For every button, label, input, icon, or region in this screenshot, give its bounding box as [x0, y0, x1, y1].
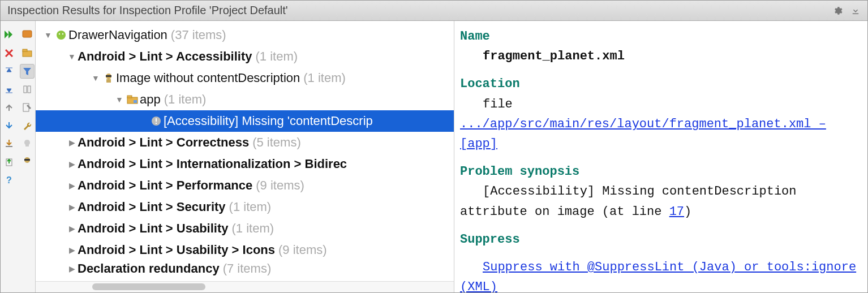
tree-label: Android > Lint > Performance [78, 178, 252, 193]
svg-rect-5 [23, 104, 29, 111]
tree-count: (37 items) [171, 28, 226, 42]
export-up-icon[interactable] [2, 154, 16, 169]
detail-name-value: fragment_planet.xml [483, 46, 865, 66]
folder-icon [125, 94, 140, 105]
chevron-down-icon[interactable]: ▼ [114, 95, 125, 104]
filter-icon[interactable] [20, 64, 35, 79]
chevron-down-icon[interactable]: ▼ [90, 74, 101, 83]
edit-settings-icon[interactable] [20, 100, 35, 115]
tree-label: app [140, 92, 161, 107]
svg-rect-14 [106, 75, 111, 77]
scrollbar-thumb[interactable] [92, 283, 205, 290]
detail-location-heading: Location [460, 74, 865, 94]
chevron-right-icon[interactable]: ▶ [66, 181, 78, 190]
tree-label: DrawerNavigation [68, 28, 167, 42]
android-project-icon [54, 29, 68, 41]
tree-count: (1 item) [229, 200, 272, 214]
chevron-right-icon[interactable]: ▶ [66, 160, 78, 169]
tree-count: (1 item) [164, 92, 207, 107]
svg-point-10 [57, 31, 66, 40]
wrench-icon[interactable] [20, 118, 35, 133]
tree-category[interactable]: ▶ Android > Lint > Security (1 item) [36, 196, 454, 218]
help-icon[interactable]: ? [2, 173, 16, 187]
export-down-icon[interactable] [2, 136, 16, 151]
tree-root[interactable]: ▼ DrawerNavigation (37 items) [36, 24, 454, 46]
location-link[interactable]: .../app/src/main/res/layout/fragment_pla… [460, 117, 826, 151]
svg-point-12 [62, 33, 63, 35]
tree-label: Image without contentDescription [116, 71, 300, 85]
tree-category[interactable]: ▶ Android > Lint > Usability > Icons (9 … [36, 239, 454, 261]
chevron-right-icon[interactable]: ▶ [66, 202, 78, 212]
chevron-down-icon[interactable]: ▼ [66, 52, 78, 61]
tree-category[interactable]: ▶ Declaration redundancy (7 items) [36, 261, 454, 277]
close-icon[interactable] [2, 46, 16, 61]
collapse-icon[interactable] [2, 64, 16, 79]
tree-label: Android > Lint > Usability > Icons [78, 243, 275, 257]
group-directory-icon[interactable] [20, 46, 35, 61]
synopsis-line1: [Accessibility] Missing contentDescripti… [483, 184, 797, 199]
svg-rect-17 [127, 96, 132, 98]
svg-rect-18 [134, 100, 137, 103]
svg-rect-8 [24, 159, 30, 161]
tree-count: (9 items) [256, 178, 304, 193]
tree-label: Declaration redundancy [78, 261, 220, 276]
issue-detail-panel: Name fragment_planet.xml Location file .… [454, 21, 867, 292]
preview-icon[interactable] [20, 82, 35, 97]
tree-category[interactable]: ▶ Android > Lint > Correctness (5 items) [36, 132, 454, 153]
chevron-right-icon[interactable]: ▶ [66, 264, 78, 273]
panel-title: Inspection Results for Inspection Profil… [7, 4, 824, 17]
group-category-icon[interactable] [20, 28, 35, 42]
svg-text:?: ? [6, 175, 12, 185]
chevron-down-icon[interactable]: ▼ [42, 31, 54, 40]
tree-issue-selected[interactable]: [Accessibility] Missing 'contentDescrip [36, 110, 454, 132]
tree-count: (9 items) [278, 243, 327, 257]
chevron-right-icon[interactable]: ▶ [66, 138, 78, 147]
svg-rect-3 [24, 86, 27, 93]
panel-titlebar: Inspection Results for Inspection Profil… [1, 1, 867, 21]
detail-name-heading: Name [460, 27, 865, 46]
tree-count: (7 items) [223, 261, 272, 276]
svg-rect-2 [23, 49, 27, 51]
prev-icon[interactable] [2, 100, 16, 115]
bulb-icon[interactable] [20, 136, 35, 151]
detail-synopsis-heading: Problem synopsis [460, 162, 865, 182]
detail-suppress-heading: Suppress [460, 230, 865, 249]
tree-category[interactable]: ▶ Android > Lint > Internationalization … [36, 153, 454, 175]
tree-count: (1 item) [303, 71, 346, 85]
tree-label: Android > Lint > Accessibility [78, 49, 252, 64]
tree-count: (1 item) [231, 221, 274, 236]
synopsis-line2b: ) [684, 205, 691, 219]
tree-label: Android > Lint > Usability [78, 221, 228, 236]
rerun-icon[interactable] [2, 28, 16, 42]
gear-icon[interactable] [832, 6, 843, 16]
results-tree-panel: ▼ DrawerNavigation (37 items) ▼ Android … [36, 21, 454, 292]
horizontal-scrollbar[interactable] [36, 281, 454, 292]
chevron-right-icon[interactable]: ▶ [66, 224, 78, 233]
tree-count: (1 item) [255, 49, 298, 64]
detail-location-prefix: file [483, 97, 513, 111]
svg-rect-0 [23, 31, 32, 37]
line-number-link[interactable]: 17 [669, 205, 684, 219]
inspector-icon[interactable] [20, 154, 35, 169]
svg-rect-4 [28, 86, 31, 93]
expand-icon[interactable] [2, 82, 16, 97]
svg-rect-15 [106, 79, 111, 83]
suppress-link[interactable]: Suppress with @SuppressLint (Java) or to… [460, 260, 856, 292]
issue-label: [Accessibility] Missing 'contentDescrip [164, 114, 373, 128]
tree-inspection[interactable]: ▼ Image without contentDescription (1 it… [36, 67, 454, 89]
tree-label: Android > Lint > Correctness [78, 135, 249, 150]
synopsis-line2a: attribute on image (at line [460, 205, 669, 219]
svg-rect-21 [156, 123, 157, 124]
next-icon[interactable] [2, 118, 16, 133]
tree-category[interactable]: ▶ Android > Lint > Performance (9 items) [36, 175, 454, 196]
tree-label: Android > Lint > Security [78, 200, 226, 214]
download-icon[interactable] [850, 6, 861, 16]
inspector-icon [101, 72, 116, 84]
tree-label: Android > Lint > Internationalization > … [78, 157, 347, 171]
tree-module[interactable]: ▼ app (1 item) [36, 89, 454, 110]
tree-category[interactable]: ▼ Android > Lint > Accessibility (1 item… [36, 46, 454, 67]
chevron-right-icon[interactable]: ▶ [66, 245, 78, 255]
warning-icon [149, 115, 164, 127]
tree-category[interactable]: ▶ Android > Lint > Usability (1 item) [36, 218, 454, 239]
tree-count: (5 items) [252, 135, 301, 150]
